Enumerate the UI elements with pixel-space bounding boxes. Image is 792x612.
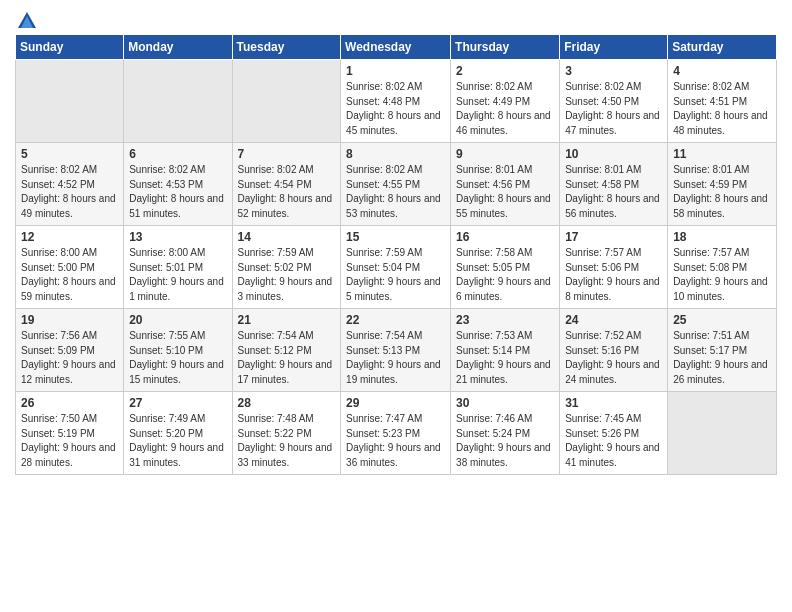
day-of-week-header: Thursday: [451, 35, 560, 60]
day-number: 2: [456, 64, 554, 78]
day-of-week-header: Wednesday: [341, 35, 451, 60]
day-number: 21: [238, 313, 336, 327]
day-info: Sunrise: 8:01 AMSunset: 4:59 PMDaylight:…: [673, 163, 771, 221]
day-number: 22: [346, 313, 445, 327]
day-info: Sunrise: 8:02 AMSunset: 4:51 PMDaylight:…: [673, 80, 771, 138]
calendar-cell: 9Sunrise: 8:01 AMSunset: 4:56 PMDaylight…: [451, 143, 560, 226]
day-number: 9: [456, 147, 554, 161]
day-info: Sunrise: 7:51 AMSunset: 5:17 PMDaylight:…: [673, 329, 771, 387]
day-info: Sunrise: 8:00 AMSunset: 5:00 PMDaylight:…: [21, 246, 118, 304]
calendar-cell: 14Sunrise: 7:59 AMSunset: 5:02 PMDayligh…: [232, 226, 341, 309]
calendar-cell: 13Sunrise: 8:00 AMSunset: 5:01 PMDayligh…: [124, 226, 232, 309]
day-number: 5: [21, 147, 118, 161]
day-number: 10: [565, 147, 662, 161]
day-info: Sunrise: 7:53 AMSunset: 5:14 PMDaylight:…: [456, 329, 554, 387]
calendar-cell: 12Sunrise: 8:00 AMSunset: 5:00 PMDayligh…: [16, 226, 124, 309]
day-number: 26: [21, 396, 118, 410]
calendar-cell: 22Sunrise: 7:54 AMSunset: 5:13 PMDayligh…: [341, 309, 451, 392]
day-number: 31: [565, 396, 662, 410]
day-info: Sunrise: 7:49 AMSunset: 5:20 PMDaylight:…: [129, 412, 226, 470]
calendar-cell: 3Sunrise: 8:02 AMSunset: 4:50 PMDaylight…: [560, 60, 668, 143]
day-info: Sunrise: 7:56 AMSunset: 5:09 PMDaylight:…: [21, 329, 118, 387]
calendar-cell: 29Sunrise: 7:47 AMSunset: 5:23 PMDayligh…: [341, 392, 451, 475]
day-info: Sunrise: 7:48 AMSunset: 5:22 PMDaylight:…: [238, 412, 336, 470]
calendar-cell: 1Sunrise: 8:02 AMSunset: 4:48 PMDaylight…: [341, 60, 451, 143]
logo-icon: [16, 10, 38, 32]
day-info: Sunrise: 8:02 AMSunset: 4:50 PMDaylight:…: [565, 80, 662, 138]
day-number: 24: [565, 313, 662, 327]
calendar-cell: [232, 60, 341, 143]
calendar-cell: [16, 60, 124, 143]
header: [15, 10, 777, 28]
calendar-cell: 31Sunrise: 7:45 AMSunset: 5:26 PMDayligh…: [560, 392, 668, 475]
calendar-cell: 18Sunrise: 7:57 AMSunset: 5:08 PMDayligh…: [668, 226, 777, 309]
day-number: 28: [238, 396, 336, 410]
day-info: Sunrise: 7:47 AMSunset: 5:23 PMDaylight:…: [346, 412, 445, 470]
day-number: 4: [673, 64, 771, 78]
calendar-cell: 15Sunrise: 7:59 AMSunset: 5:04 PMDayligh…: [341, 226, 451, 309]
calendar-cell: 16Sunrise: 7:58 AMSunset: 5:05 PMDayligh…: [451, 226, 560, 309]
calendar-cell: 5Sunrise: 8:02 AMSunset: 4:52 PMDaylight…: [16, 143, 124, 226]
day-info: Sunrise: 8:02 AMSunset: 4:52 PMDaylight:…: [21, 163, 118, 221]
day-info: Sunrise: 7:57 AMSunset: 5:08 PMDaylight:…: [673, 246, 771, 304]
day-number: 12: [21, 230, 118, 244]
day-info: Sunrise: 7:59 AMSunset: 5:02 PMDaylight:…: [238, 246, 336, 304]
day-info: Sunrise: 7:50 AMSunset: 5:19 PMDaylight:…: [21, 412, 118, 470]
calendar-cell: 17Sunrise: 7:57 AMSunset: 5:06 PMDayligh…: [560, 226, 668, 309]
calendar-cell: 10Sunrise: 8:01 AMSunset: 4:58 PMDayligh…: [560, 143, 668, 226]
logo-block: [15, 10, 39, 28]
calendar-cell: 26Sunrise: 7:50 AMSunset: 5:19 PMDayligh…: [16, 392, 124, 475]
day-number: 6: [129, 147, 226, 161]
day-number: 19: [21, 313, 118, 327]
day-of-week-header: Monday: [124, 35, 232, 60]
day-info: Sunrise: 8:02 AMSunset: 4:55 PMDaylight:…: [346, 163, 445, 221]
day-info: Sunrise: 8:00 AMSunset: 5:01 PMDaylight:…: [129, 246, 226, 304]
day-number: 16: [456, 230, 554, 244]
day-info: Sunrise: 7:59 AMSunset: 5:04 PMDaylight:…: [346, 246, 445, 304]
day-info: Sunrise: 7:45 AMSunset: 5:26 PMDaylight:…: [565, 412, 662, 470]
day-number: 20: [129, 313, 226, 327]
day-of-week-header: Saturday: [668, 35, 777, 60]
calendar-cell: 2Sunrise: 8:02 AMSunset: 4:49 PMDaylight…: [451, 60, 560, 143]
calendar-cell: 4Sunrise: 8:02 AMSunset: 4:51 PMDaylight…: [668, 60, 777, 143]
day-info: Sunrise: 8:02 AMSunset: 4:54 PMDaylight:…: [238, 163, 336, 221]
page-container: SundayMondayTuesdayWednesdayThursdayFrid…: [0, 0, 792, 485]
day-number: 30: [456, 396, 554, 410]
day-number: 29: [346, 396, 445, 410]
day-number: 25: [673, 313, 771, 327]
calendar-cell: 21Sunrise: 7:54 AMSunset: 5:12 PMDayligh…: [232, 309, 341, 392]
day-number: 23: [456, 313, 554, 327]
calendar-cell: 11Sunrise: 8:01 AMSunset: 4:59 PMDayligh…: [668, 143, 777, 226]
day-of-week-header: Sunday: [16, 35, 124, 60]
calendar-cell: 20Sunrise: 7:55 AMSunset: 5:10 PMDayligh…: [124, 309, 232, 392]
day-info: Sunrise: 8:01 AMSunset: 4:56 PMDaylight:…: [456, 163, 554, 221]
calendar-cell: 24Sunrise: 7:52 AMSunset: 5:16 PMDayligh…: [560, 309, 668, 392]
day-number: 7: [238, 147, 336, 161]
calendar-cell: 23Sunrise: 7:53 AMSunset: 5:14 PMDayligh…: [451, 309, 560, 392]
calendar-cell: 30Sunrise: 7:46 AMSunset: 5:24 PMDayligh…: [451, 392, 560, 475]
day-of-week-header: Friday: [560, 35, 668, 60]
calendar-cell: 27Sunrise: 7:49 AMSunset: 5:20 PMDayligh…: [124, 392, 232, 475]
calendar-cell: [124, 60, 232, 143]
day-info: Sunrise: 7:58 AMSunset: 5:05 PMDaylight:…: [456, 246, 554, 304]
calendar-cell: 6Sunrise: 8:02 AMSunset: 4:53 PMDaylight…: [124, 143, 232, 226]
day-number: 14: [238, 230, 336, 244]
day-number: 18: [673, 230, 771, 244]
calendar-cell: 7Sunrise: 8:02 AMSunset: 4:54 PMDaylight…: [232, 143, 341, 226]
day-number: 11: [673, 147, 771, 161]
day-info: Sunrise: 8:02 AMSunset: 4:48 PMDaylight:…: [346, 80, 445, 138]
day-number: 8: [346, 147, 445, 161]
day-info: Sunrise: 8:01 AMSunset: 4:58 PMDaylight:…: [565, 163, 662, 221]
day-number: 13: [129, 230, 226, 244]
day-info: Sunrise: 7:55 AMSunset: 5:10 PMDaylight:…: [129, 329, 226, 387]
day-info: Sunrise: 8:02 AMSunset: 4:49 PMDaylight:…: [456, 80, 554, 138]
calendar-cell: 8Sunrise: 8:02 AMSunset: 4:55 PMDaylight…: [341, 143, 451, 226]
day-info: Sunrise: 7:52 AMSunset: 5:16 PMDaylight:…: [565, 329, 662, 387]
day-number: 27: [129, 396, 226, 410]
calendar-cell: 25Sunrise: 7:51 AMSunset: 5:17 PMDayligh…: [668, 309, 777, 392]
logo: [15, 10, 39, 28]
calendar-cell: 19Sunrise: 7:56 AMSunset: 5:09 PMDayligh…: [16, 309, 124, 392]
day-info: Sunrise: 7:54 AMSunset: 5:13 PMDaylight:…: [346, 329, 445, 387]
day-number: 1: [346, 64, 445, 78]
calendar-cell: [668, 392, 777, 475]
